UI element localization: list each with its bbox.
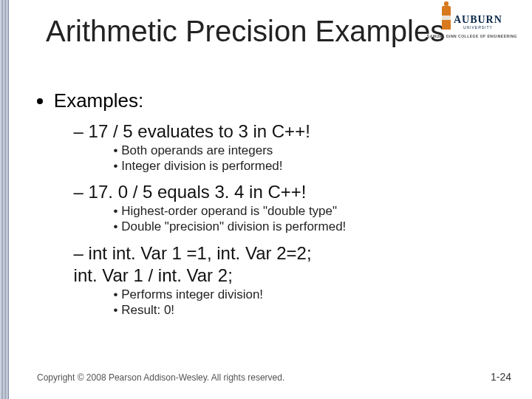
bullet-heading: Examples: <box>54 89 143 112</box>
bullet-level-2: 17 / 5 evaluates to 3 in C++! Both opera… <box>54 120 347 318</box>
example-1-sub-0: Both operands are integers <box>114 143 347 158</box>
example-1-sub-1: Integer division is performed! <box>114 158 347 174</box>
slide: Arithmetic Precision Examples AUBURN UNI… <box>9 0 532 399</box>
example-3-head2: int. Var 1 / int. Var 2; <box>74 265 233 285</box>
example-3-sub: Performs integer division! Result: 0! <box>74 287 347 318</box>
footer-copyright: Copyright © 2008 Pearson Addison-Wesley.… <box>37 372 284 383</box>
example-1-head: 17 / 5 evaluates to 3 in C++! <box>89 121 310 141</box>
example-2-sub: Highest-order operand is "double type" D… <box>74 203 347 235</box>
bullet-examples: Examples: 17 / 5 evaluates to 3 in C++! … <box>54 89 347 318</box>
logo-college: SAMUEL GINN COLLEGE OF ENGINEERING <box>427 34 517 38</box>
slide-title: Arithmetic Precision Examples <box>46 15 445 48</box>
example-1: 17 / 5 evaluates to 3 in C++! Both opera… <box>74 120 347 174</box>
example-2-sub-0: Highest-order operand is "double type" <box>114 203 347 219</box>
logo-name: AUBURN <box>454 14 502 26</box>
logo-top-row: AUBURN UNIVERSITY <box>427 6 517 30</box>
example-3-head: int int. Var 1 =1, int. Var 2=2; <box>89 243 312 263</box>
auburn-logo: AUBURN UNIVERSITY SAMUEL GINN COLLEGE OF… <box>427 6 517 38</box>
logo-text-block: AUBURN UNIVERSITY <box>454 14 502 30</box>
example-1-sub: Both operands are integers Integer divis… <box>74 143 347 174</box>
example-3-sub-0: Performs integer division! <box>114 287 347 302</box>
example-2-sub-1: Double "precision" division is performed… <box>114 219 347 234</box>
example-2: 17. 0 / 5 equals 3. 4 in C++! Highest-or… <box>74 181 347 235</box>
footer-page-number: 1-24 <box>491 371 511 383</box>
slide-edge-decoration <box>0 0 9 399</box>
example-3-sub-1: Result: 0! <box>114 302 347 318</box>
slide-body: Examples: 17 / 5 evaluates to 3 in C++! … <box>31 89 346 321</box>
example-3: int int. Var 1 =1, int. Var 2=2; int. Va… <box>74 242 347 318</box>
example-2-head: 17. 0 / 5 equals 3. 4 in C++! <box>89 182 307 202</box>
tower-icon <box>442 6 451 30</box>
bullet-level-1: Examples: 17 / 5 evaluates to 3 in C++! … <box>31 89 346 318</box>
